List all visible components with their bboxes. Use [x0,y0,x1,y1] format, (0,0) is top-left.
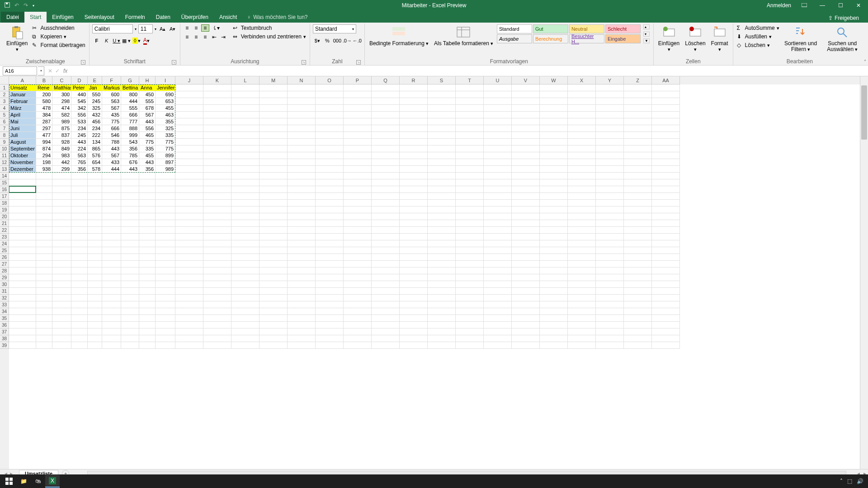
minimize-icon[interactable]: — [817,0,827,10]
find-select-button[interactable]: Suchen und Auswählen ▾ [821,24,863,53]
grow-font-button[interactable]: A▴ [158,24,167,33]
format-cells-button[interactable]: Format▾ [709,24,730,53]
align-middle-button[interactable]: ≡ [192,24,200,32]
cut-button[interactable]: ✂Ausschneiden [31,24,86,32]
collapse-ribbon-button[interactable]: ˄ [864,59,866,64]
styles-scroll-up[interactable]: ▴ [643,24,650,29]
orientation-button[interactable]: ⤹▾ [210,24,222,32]
copy-button[interactable]: ⧉Kopieren ▾ [31,33,86,40]
insert-cells-button[interactable]: Einfügen▾ [656,24,681,53]
style-visited[interactable]: Besuchter H... [569,34,604,43]
redo-icon[interactable]: ↷ [24,2,28,9]
tab-start[interactable]: Start [24,12,47,23]
sigma-icon: Σ [737,25,743,31]
merge-icon: ⇔ [233,33,239,40]
tab-insert[interactable]: Einfügen [47,12,79,23]
svg-rect-7 [392,32,405,35]
italic-button[interactable]: K [102,36,111,45]
increase-indent-button[interactable]: ⇥ [219,33,227,41]
sign-in-link[interactable]: Anmelden [767,2,791,9]
tab-file[interactable]: Datei [1,12,24,23]
tab-formulas[interactable]: Formeln [120,12,151,23]
increase-decimal-button[interactable]: .0→ [343,36,352,45]
font-color-button[interactable]: A▾ [142,36,151,45]
undo-icon[interactable]: ↶ [14,2,19,9]
fill-button[interactable]: ⬇Ausfüllen ▾ [736,33,780,40]
styles-scroll-down[interactable]: ▾ [643,32,650,37]
group-cells: Einfügen▾ Löschen▾ Format▾ Zellen [654,23,733,65]
number-dialog-launcher[interactable]: ↘ [356,60,361,65]
align-right-button[interactable]: ≡ [201,33,209,41]
alignment-dialog-launcher[interactable]: ↘ [302,60,306,65]
font-dialog-launcher[interactable]: ↘ [172,60,176,65]
decrease-decimal-button[interactable]: ←.0 [353,36,362,45]
style-calc[interactable]: Berechnung [533,34,568,43]
bold-button[interactable]: F [92,36,101,45]
share-button[interactable]: ⇪ Freigeben [825,14,863,23]
conditional-formatting-button[interactable]: Bedingte Formatierung ▾ [368,24,430,47]
svg-point-12 [663,27,668,31]
number-format-combo[interactable]: Standard ▾ [313,24,356,33]
tab-view[interactable]: Ansicht [214,12,242,23]
eraser-icon: ◇ [737,42,743,48]
borders-button[interactable]: ▦ ▾ [122,36,131,45]
merge-center-button[interactable]: ⇔Verbinden und zentrieren ▾ [232,33,307,40]
tab-pagelayout[interactable]: Seitenlayout [79,12,120,23]
font-size-combo[interactable]: 11 [138,24,153,33]
cancel-formula-icon: ✕ [48,68,52,74]
paste-button[interactable]: Einfügen▾ [5,24,29,53]
styles-more[interactable]: ▼ [643,38,650,43]
sort-filter-button[interactable]: Sortieren und Filtern ▾ [782,24,820,53]
svg-rect-2 [802,3,807,7]
underline-button[interactable]: U ▾ [112,36,121,45]
wrap-text-button[interactable]: ↩Textumbruch [232,24,307,32]
group-alignment: ≡ ≡ ≡ ⤹▾ ≡ ≡ ≡ ⇤ ⇥ ↩Textumbruch ⇔Verbind… [180,23,310,65]
currency-button[interactable]: $▾ [313,36,322,45]
name-box[interactable]: A16 [3,66,37,75]
style-input[interactable]: Eingabe [605,34,641,43]
formula-bar: A16 ▾ ✕ ✓ fx [0,66,868,76]
share-icon: ⇪ [828,15,833,21]
name-box-dropdown[interactable]: ▾ [38,66,44,75]
percent-button[interactable]: % [323,36,332,45]
group-styles: Bedingte Formatierung ▾ Als Tabelle form… [365,23,654,65]
lightbulb-icon: ♀ [247,14,251,20]
style-output[interactable]: Ausgabe [497,34,532,43]
clear-button[interactable]: ◇Löschen ▾ [736,42,780,49]
title-bar: ↶ ↷ ▾ Mitarbeiter - Excel Preview Anmeld… [0,0,868,11]
fill-color-button[interactable]: ◊▾ [132,36,141,45]
svg-rect-6 [392,27,405,31]
svg-rect-15 [714,29,725,36]
fx-icon[interactable]: fx [63,68,70,74]
align-bottom-button[interactable]: ≡ [201,24,209,32]
save-icon[interactable] [5,2,10,9]
maximize-icon[interactable]: ☐ [835,0,845,10]
svg-line-17 [843,33,847,37]
tab-review[interactable]: Überprüfen [176,12,214,23]
font-name-combo[interactable]: Calibri [92,24,133,33]
close-icon[interactable]: ✕ [854,0,863,10]
align-left-button[interactable]: ≡ [183,33,191,41]
wrap-icon: ↩ [233,25,239,31]
qat-dropdown-icon[interactable]: ▾ [33,4,34,8]
clipboard-dialog-launcher[interactable]: ↘ [81,60,85,65]
svg-rect-4 [14,26,18,28]
align-top-button[interactable]: ≡ [183,24,191,32]
tab-data[interactable]: Daten [151,12,176,23]
cell-styles-gallery[interactable]: Standard Gut Neutral Schlecht Ausgabe Be… [497,24,641,43]
tell-me-search[interactable]: ♀ Was möchten Sie tun? [242,12,312,23]
decrease-indent-button[interactable]: ⇤ [210,33,218,41]
align-center-button[interactable]: ≡ [192,33,200,41]
style-bad[interactable]: Schlecht [605,24,641,33]
comma-button[interactable]: 000 [333,36,342,45]
formula-input[interactable] [70,66,868,75]
style-neutral[interactable]: Neutral [569,24,604,33]
format-as-table-button[interactable]: Als Tabelle formatieren ▾ [432,24,495,47]
style-good[interactable]: Gut [533,24,568,33]
shrink-font-button[interactable]: A▾ [168,24,177,33]
style-standard[interactable]: Standard [497,24,532,33]
ribbon-display-icon[interactable] [799,0,809,10]
autosum-button[interactable]: ΣAutoSumme ▾ [736,24,780,32]
delete-cells-button[interactable]: Löschen▾ [683,24,707,53]
format-painter-button[interactable]: ✎Format übertragen [31,42,86,49]
